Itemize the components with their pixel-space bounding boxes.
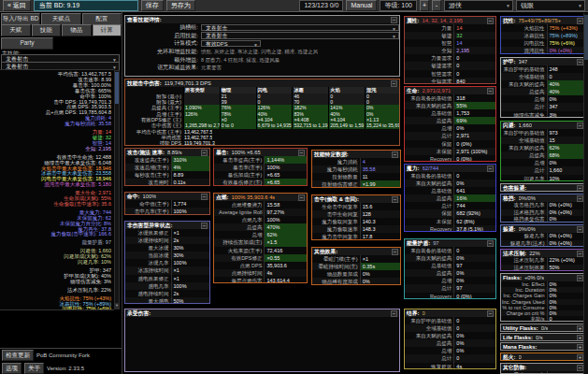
utility-flasks-collapse-button[interactable]: + (577, 325, 583, 332)
panel-resists: 抗性:75+43/75+89/75+−火焰抗性75% (+43%)冰霜抗性75%… (500, 16, 586, 54)
mana-collapse-button[interactable]: − (487, 165, 494, 172)
skill-detail-dropdown[interactable]: 龙卷射击 (201, 32, 399, 39)
ascendancy-dropdown[interactable]: 锐眼 (516, 0, 585, 11)
row-label: 最大感电 (125, 297, 172, 304)
skill-detail-label: 诅咒和减益效果: (125, 64, 201, 72)
row-label: 智慧 (405, 39, 454, 47)
scroll-down-arrow-icon[interactable]: ▼ (115, 303, 119, 309)
ailments-collapse-button[interactable]: − (201, 223, 208, 229)
row-value: 0% (361, 278, 400, 285)
evasion-row: 来自护甲的基础值973 (501, 129, 585, 137)
attributes-collapse-button[interactable]: − (487, 18, 494, 24)
row-value: 8.89 (172, 171, 210, 179)
ignite-collapse-button[interactable]: − (298, 194, 305, 201)
scrollbar-thumb[interactable] (115, 72, 119, 104)
resists-row: 冰霜抗性75% (+89%) (501, 32, 585, 39)
other-effects-collapse-button[interactable]: − (392, 249, 398, 255)
mana-flasks-collapse-button[interactable]: + (577, 344, 583, 351)
save-button[interactable]: 保存 (141, 0, 164, 11)
about-button[interactable]: 关于 (24, 363, 44, 374)
attack-rate-row: 攻速提高(主手)310% (125, 156, 209, 164)
skill-detail-dropdown[interactable]: 龙卷射击 (201, 24, 399, 32)
row-label: 全域基础值 (405, 324, 454, 332)
damage-avoidance-collapse-button[interactable]: − (577, 185, 583, 192)
tab-技能[interactable]: 技能 (32, 24, 62, 36)
armour-row: 来自天赋的提高40% (501, 80, 585, 88)
tab-物品[interactable]: 物品 (62, 24, 92, 36)
collapse-button[interactable]: − (391, 80, 397, 87)
row-value: 22% (+0%) (548, 257, 586, 265)
collapse-button[interactable]: − (391, 17, 397, 23)
tab-计算[interactable]: 计算 (93, 24, 122, 36)
resists-collapse-button[interactable]: − (577, 18, 583, 24)
energy-shield-collapse-button[interactable]: − (487, 240, 494, 247)
panel-leech: 击中(偷取 & 击回):−生命击中回复率15.6击中生命回复128魔力偷取回复率… (311, 194, 401, 240)
crit-collapse-button[interactable]: − (298, 150, 305, 156)
mana-row: 保留682 (92%) (405, 209, 495, 217)
flasks-collapse-button[interactable]: − (577, 275, 583, 281)
accuracy-collapse-button[interactable]: − (201, 194, 208, 200)
leech-collapse-button[interactable]: − (392, 196, 398, 203)
row-value: 641 (454, 187, 495, 194)
check-update-button[interactable]: 检查更新 (2, 350, 34, 361)
row-label: 有效DPS修正 (214, 254, 265, 262)
attributes-row: 敏捷需求0 (405, 62, 495, 69)
mode-button[interactable]: Manual (346, 0, 377, 11)
skill-detail-dropdown[interactable]: 有效DPS (201, 40, 261, 48)
panel-header: 护甲:347− (501, 58, 585, 65)
row-label: 投射物伤害修正 (312, 180, 361, 188)
panel-header: 其他效果:− (312, 248, 400, 255)
damage-taken-collapse-button[interactable]: − (391, 310, 397, 317)
rage-collapse-button[interactable]: + (577, 354, 583, 361)
skill-stats-collapse-button[interactable]: − (392, 151, 398, 158)
ward-row: 恢复延迟4s (405, 363, 495, 369)
row-label: 总增 (501, 95, 548, 103)
attack-rate-row: 攻击用时0.11s (125, 179, 209, 186)
row-value: 3% (548, 111, 586, 118)
mana-flasks-title: Mana Flasks: (503, 344, 537, 350)
options-button[interactable]: 选项 (2, 363, 22, 374)
evasion-collapse-button[interactable]: − (577, 122, 583, 129)
row-label: 持续伤害加成(主) (214, 238, 265, 246)
life-collapse-button[interactable]: − (487, 88, 494, 94)
dodge-row: 躲避几率(法术)0% (+0%) (501, 240, 585, 247)
tab-天赋[interactable]: 天赋 (1, 24, 31, 36)
back-button[interactable]: « 返回 (3, 0, 31, 11)
row-value: 0% (548, 216, 586, 223)
party-tab[interactable]: Party (1, 37, 53, 50)
spell-suppression-collapse-button[interactable]: − (577, 251, 583, 257)
build-name-field[interactable]: 当前 BD: 9.19 (34, 0, 138, 11)
row-value: 0% (454, 180, 495, 187)
row-label: 闪电抗性 (501, 39, 548, 47)
block-collapse-button[interactable]: − (577, 195, 583, 202)
row-value: 35.58 (361, 165, 400, 173)
row-label: 总提高 (405, 269, 454, 277)
life-flasks-collapse-button[interactable]: + (577, 335, 583, 341)
crit-row: 暴击率提高(主手)1,144% (214, 156, 307, 164)
other-defences-collapse-button[interactable]: − (577, 365, 583, 371)
save-as-button[interactable]: 另存为 (166, 0, 195, 11)
armour-collapse-button[interactable]: − (577, 59, 583, 65)
level-down-button[interactable]: - (432, 0, 441, 11)
level-up-button[interactable]: + (420, 0, 429, 11)
main-scrollbar[interactable] (583, 13, 588, 374)
row-value: 10% (548, 175, 586, 181)
attack-rate-collapse-button[interactable]: − (201, 150, 208, 156)
row-value: 318 (454, 94, 495, 102)
row-value: 14 (454, 24, 495, 32)
class-dropdown[interactable]: 游侠 (444, 0, 513, 11)
dodge-collapse-button[interactable]: − (577, 226, 583, 233)
row-label: 来自护甲的基础值 (501, 129, 548, 137)
ward-collapse-button[interactable]: − (487, 310, 494, 317)
row-label: 有效暴伤修正(主) (214, 179, 265, 186)
row-value: ×6.65 (265, 171, 307, 179)
life-row: 来自装备的基础值318 (405, 94, 495, 102)
sidebar-scrollbar[interactable]: ▼ (114, 70, 120, 309)
armour-value: 347 (519, 59, 528, 65)
row-label: 法术压制几率 (501, 257, 548, 265)
main-scrollbar-thumb[interactable] (584, 15, 588, 60)
life-row: Recovery0 (0%) (405, 155, 495, 162)
row-label: 魔力偷取回复率 (312, 218, 361, 225)
hit-table-summary-label: 技能 DPS (125, 140, 183, 146)
panel-header: 技能特定数据:− (312, 151, 400, 158)
